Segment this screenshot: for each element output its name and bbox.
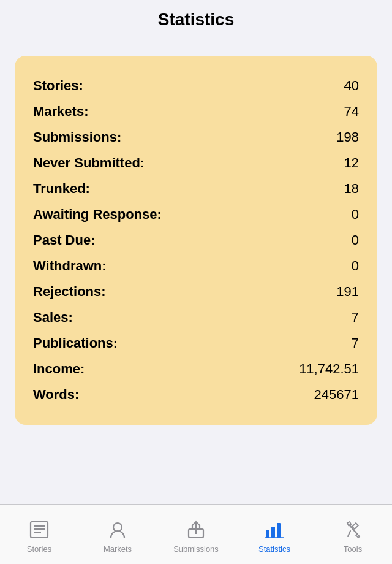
stat-label: Sales: — [33, 310, 73, 326]
stat-label: Past Due: — [33, 232, 95, 248]
tab-markets-label: Markets — [104, 544, 132, 554]
tab-submissions-label: Submissions — [173, 544, 219, 554]
tab-statistics[interactable]: Statistics — [235, 505, 314, 564]
tab-tools-label: Tools — [344, 544, 362, 554]
stories-icon — [29, 520, 50, 542]
page-title: Statistics — [12, 10, 380, 29]
stat-row: Sales:7 — [33, 305, 359, 330]
svg-rect-9 — [277, 523, 281, 538]
stat-row: Publications:7 — [33, 330, 359, 356]
stat-label: Publications: — [33, 335, 118, 351]
stat-value: 7 — [352, 335, 359, 351]
stat-label: Income: — [33, 361, 85, 377]
stat-value: 7 — [352, 310, 359, 326]
statistics-icon — [264, 520, 285, 542]
stat-label: Stories: — [33, 78, 83, 94]
tab-stories-label: Stories — [27, 544, 51, 554]
tab-statistics-label: Statistics — [258, 544, 290, 554]
page-header: Statistics — [0, 0, 392, 37]
stat-value: 11,742.51 — [299, 361, 359, 377]
statistics-card: Stories:40Markets:74Submissions:198Never… — [15, 56, 377, 425]
tab-tools[interactable]: Tools — [314, 505, 392, 564]
stat-row: Trunked:18 — [33, 176, 359, 202]
markets-icon — [107, 520, 128, 542]
svg-rect-7 — [266, 530, 270, 538]
main-content: Stories:40Markets:74Submissions:198Never… — [0, 37, 392, 504]
stat-label: Never Submitted: — [33, 155, 145, 171]
stat-value: 245671 — [314, 387, 359, 403]
stat-label: Rejections: — [33, 284, 106, 300]
stat-label: Submissions: — [33, 129, 121, 145]
stat-label: Trunked: — [33, 181, 90, 197]
stat-row: Withdrawn:0 — [33, 253, 359, 279]
tools-icon — [342, 520, 363, 542]
stat-row: Never Submitted:12 — [33, 150, 359, 176]
stat-value: 18 — [344, 181, 359, 197]
tab-submissions[interactable]: Submissions — [157, 505, 235, 564]
stat-row: Rejections:191 — [33, 279, 359, 305]
stat-row: Awaiting Response:0 — [33, 202, 359, 227]
stat-row: Income:11,742.51 — [33, 356, 359, 382]
svg-line-11 — [350, 525, 357, 534]
svg-line-12 — [348, 531, 350, 536]
stat-row: Submissions:198 — [33, 124, 359, 150]
stat-label: Withdrawn: — [33, 258, 107, 274]
stat-row: Markets:74 — [33, 99, 359, 124]
tab-bar: Stories Markets Submissions Statistics T… — [0, 504, 392, 564]
stat-value: 40 — [344, 78, 359, 94]
stat-value: 0 — [352, 258, 359, 274]
stat-row: Words:245671 — [33, 382, 359, 408]
stat-value: 0 — [352, 207, 359, 223]
stat-row: Stories:40 — [33, 73, 359, 99]
tab-stories[interactable]: Stories — [0, 505, 78, 564]
svg-rect-8 — [271, 527, 275, 538]
stat-label: Words: — [33, 387, 79, 403]
stat-value: 191 — [336, 284, 359, 300]
stat-row: Past Due:0 — [33, 227, 359, 253]
submissions-icon — [186, 520, 206, 542]
stat-label: Awaiting Response: — [33, 207, 162, 223]
stat-value: 12 — [344, 155, 359, 171]
tab-markets[interactable]: Markets — [78, 505, 157, 564]
stat-label: Markets: — [33, 104, 88, 120]
stat-value: 198 — [336, 129, 359, 145]
stat-value: 0 — [352, 232, 359, 248]
stat-value: 74 — [344, 104, 359, 120]
